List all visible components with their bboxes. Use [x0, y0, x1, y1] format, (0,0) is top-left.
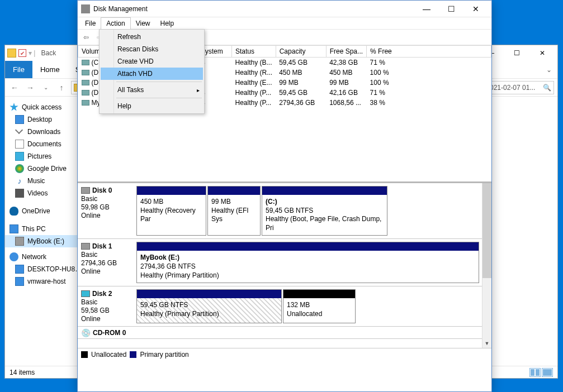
disk0-partition-c[interactable]: (C:)59,45 GB NTFSHealthy (Boot, Page Fil…	[262, 186, 387, 236]
diskmgmt-app-icon	[81, 4, 90, 13]
scroll-thumb[interactable]	[482, 183, 491, 278]
nav-up-button[interactable]: ↑	[55, 82, 68, 94]
ribbon-file-tab[interactable]: File	[5, 61, 32, 78]
diskmgmt-titlebar[interactable]: Disk Management — ☐ ✕	[78, 1, 491, 17]
disk1-row[interactable]: Disk 1 Basic 2794,36 GB Online MyBook (E…	[78, 239, 482, 286]
disk-icon	[81, 243, 90, 250]
network-icon	[10, 252, 18, 261]
menu-all-tasks[interactable]: All Tasks	[101, 84, 203, 96]
sidebar-downloads[interactable]: Downloads	[5, 126, 78, 138]
sidebar-quick-access[interactable]: Quick access	[5, 101, 78, 113]
sidebar-desktop[interactable]: Desktop	[5, 113, 78, 126]
partition-stripe	[137, 242, 479, 251]
search-text: 021-02-07 01...	[490, 84, 535, 92]
col-status[interactable]: Status	[232, 46, 276, 58]
volume-icon	[82, 100, 89, 106]
volume-icon	[82, 90, 89, 95]
search-box[interactable]: 021-02-07 01...🔍	[487, 81, 554, 94]
menu-rescan[interactable]: Rescan Disks	[101, 43, 203, 55]
disk0-partition-recovery[interactable]: 450 MBHealthy (Recovery Par	[136, 186, 206, 236]
sidebar-videos[interactable]: Videos	[5, 187, 78, 199]
legend-primary-label: Primary partition	[140, 351, 188, 358]
pc-icon	[15, 265, 24, 274]
nav-forward-button[interactable]: →	[24, 82, 36, 94]
legend-primary-swatch	[130, 351, 136, 358]
star-icon	[10, 103, 18, 112]
sidebar-pictures[interactable]: Pictures	[5, 150, 78, 162]
scroll-down-icon[interactable]: ▼	[482, 338, 491, 348]
disk-icon	[81, 290, 90, 297]
diskmgmt-title: Disk Management	[93, 5, 148, 13]
menu-create-vhd[interactable]: Create VHD	[101, 55, 203, 68]
sidebar-music[interactable]: ♪Music	[5, 175, 78, 187]
disk2-header[interactable]: Disk 2 Basic 59,58 GB Online	[78, 286, 134, 326]
drive-icon	[15, 237, 24, 246]
ribbon-expand-icon[interactable]: ⌄	[541, 61, 557, 78]
disk2-partition-primary[interactable]: 59,45 GB NTFSHealthy (Primary Partition)	[136, 289, 282, 323]
dm-max-button[interactable]: ☐	[439, 1, 463, 17]
partition-stripe	[262, 187, 387, 195]
menu-refresh[interactable]: Refresh	[101, 31, 203, 43]
disk1-header[interactable]: Disk 1 Basic 2794,36 GB Online	[78, 239, 134, 286]
disk-icon	[81, 187, 90, 194]
disk2-row[interactable]: Disk 2 Basic 59,58 GB Online 59,45 GB NT…	[78, 286, 482, 327]
menu-view[interactable]: View	[131, 17, 155, 29]
dm-menubar: File Action View Help	[78, 17, 491, 30]
sidebar-network[interactable]: Network	[5, 251, 78, 263]
partition-stripe	[283, 290, 355, 298]
dm-min-button[interactable]: —	[414, 1, 439, 17]
col-pct[interactable]: % Free	[367, 46, 491, 58]
menu-separator	[116, 82, 202, 82]
menu-file[interactable]: File	[80, 17, 101, 29]
pictures-icon	[15, 152, 24, 161]
pc-icon	[15, 277, 24, 286]
cdrom-row[interactable]: 💿CD-ROM 0	[78, 327, 482, 339]
gdrive-icon	[15, 164, 24, 173]
partition-stripe	[137, 187, 206, 195]
legend-unallocated-label: Unallocated	[91, 351, 126, 358]
nav-recent-button[interactable]: ⌄	[40, 82, 52, 94]
view-icons-button[interactable]	[542, 368, 553, 377]
sidebar-onedrive[interactable]: OneDrive	[5, 205, 78, 217]
menu-help[interactable]: Help	[155, 17, 179, 29]
legend-unallocated-swatch	[81, 351, 88, 358]
sidebar-gdrive[interactable]: Google Drive	[5, 162, 78, 175]
qa-checkbox-icon[interactable]: ✔	[18, 49, 26, 57]
pc-icon	[10, 224, 18, 233]
sidebar-desktop-hu[interactable]: DESKTOP-HU8…	[5, 263, 78, 275]
explorer-close-button[interactable]: ✕	[529, 45, 555, 61]
disk0-header[interactable]: Disk 0 Basic 59,98 GB Online	[78, 183, 134, 238]
status-text: 14 items	[10, 369, 35, 376]
cdrom-icon: 💿	[81, 328, 91, 337]
menu-action[interactable]: Action	[101, 17, 130, 29]
disk1-partition-mybook[interactable]: MyBook (E:)2794,36 GB NTFSHealthy (Prima…	[136, 242, 479, 283]
documents-icon	[15, 140, 24, 149]
disk2-partition-unallocated[interactable]: 132 MBUnallocated	[283, 289, 356, 323]
toolbar-back-button[interactable]: ⇦	[80, 31, 92, 44]
disk0-partition-efi[interactable]: 99 MBHealthy (EFI Sys	[207, 186, 261, 236]
col-capacity[interactable]: Capacity	[276, 46, 326, 58]
dm-close-button[interactable]: ✕	[463, 1, 488, 17]
menu-attach-vhd[interactable]: Attach VHD	[101, 68, 203, 80]
sidebar-thispc[interactable]: This PC	[5, 223, 78, 235]
explorer-sidebar: Quick access Desktop Downloads Documents…	[5, 97, 78, 366]
col-free[interactable]: Free Spa...	[326, 46, 366, 58]
explorer-max-button[interactable]: ☐	[504, 45, 529, 61]
sidebar-documents[interactable]: Documents	[5, 138, 78, 150]
volume-icon	[82, 80, 89, 85]
view-details-button[interactable]	[529, 368, 541, 377]
partition-stripe	[137, 290, 281, 298]
nav-back-button[interactable]: ←	[8, 82, 21, 94]
diskmgmt-window: Disk Management — ☐ ✕ File Action View H…	[77, 0, 492, 392]
ribbon-home-tab[interactable]: Home	[32, 61, 68, 78]
graphical-scrollbar[interactable]: ▲ ▼	[482, 183, 491, 348]
folder-icon	[7, 49, 16, 58]
downloads-icon	[15, 127, 24, 136]
disk0-row[interactable]: Disk 0 Basic 59,98 GB Online 450 MBHealt…	[78, 183, 482, 239]
desktop-icon	[15, 115, 24, 124]
sidebar-mybook[interactable]: MyBook (E:)	[5, 235, 78, 247]
sidebar-vmware[interactable]: vmware-host	[5, 275, 78, 288]
menu-separator	[116, 98, 202, 98]
music-icon: ♪	[15, 176, 24, 185]
menu-help-item[interactable]: Help	[101, 100, 203, 112]
